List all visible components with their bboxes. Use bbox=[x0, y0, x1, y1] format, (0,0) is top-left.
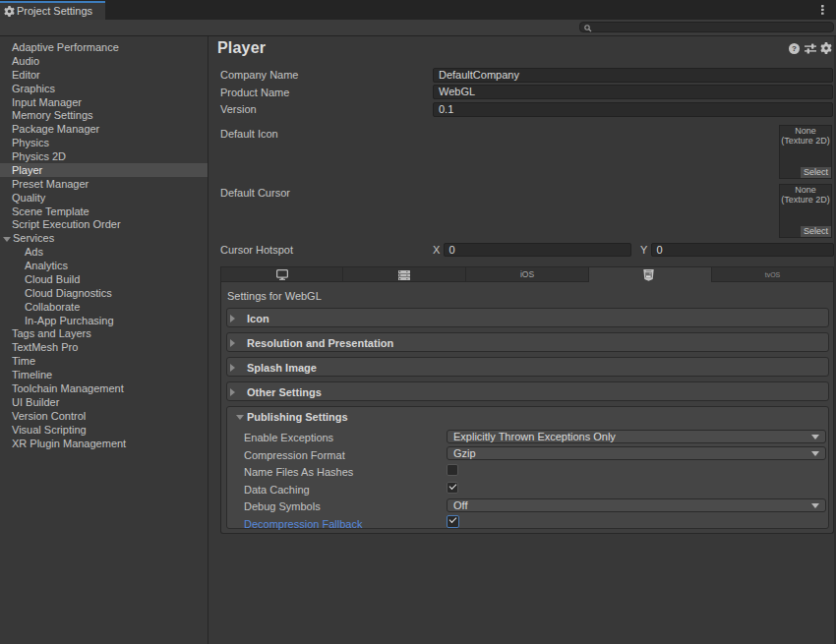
svg-text:?: ? bbox=[792, 44, 797, 53]
